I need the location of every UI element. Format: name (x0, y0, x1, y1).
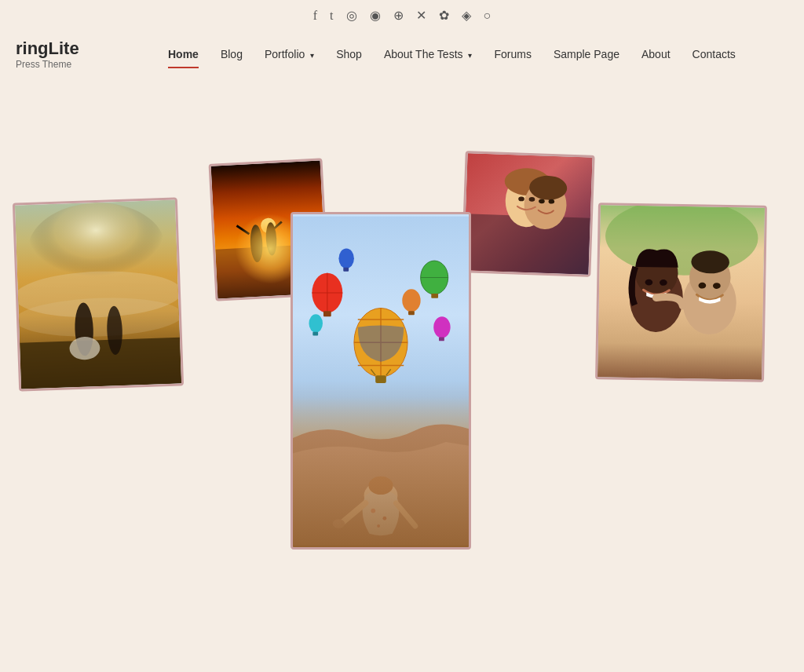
svg-point-44 (382, 517, 386, 520)
svg-point-13 (265, 222, 278, 256)
social-bar: f t ◎ ◉ ⊕ ✕ ✿ ◈ ○ (0, 0, 804, 31)
photo-card-couple[interactable] (595, 203, 767, 382)
photo-card-wedding[interactable] (13, 197, 184, 391)
wechat-icon[interactable]: ◈ (462, 8, 471, 23)
instagram-icon[interactable]: ◎ (346, 8, 357, 23)
svg-rect-37 (343, 268, 349, 272)
svg-rect-4 (20, 338, 181, 389)
site-title[interactable]: ringLite (16, 38, 126, 59)
svg-rect-35 (408, 311, 415, 315)
svg-rect-39 (439, 337, 444, 341)
person-icon[interactable]: ○ (484, 9, 492, 23)
svg-point-36 (338, 249, 353, 268)
svg-point-46 (368, 477, 393, 495)
site-subtitle: Press Theme (16, 59, 126, 70)
nav-blog[interactable]: Blog (210, 43, 254, 65)
svg-point-34 (402, 289, 420, 312)
nav-shop[interactable]: Shop (325, 43, 373, 65)
photo-fill-balloons (293, 214, 469, 547)
main-nav: Home Blog Portfolio ▾ Shop About The Tes… (126, 43, 788, 65)
nav-home[interactable]: Home (157, 43, 210, 65)
photo-fill-hug (463, 153, 592, 274)
puzzle-icon[interactable]: ✿ (439, 8, 449, 23)
xing-icon[interactable]: ✕ (416, 8, 426, 23)
svg-line-47 (342, 503, 365, 522)
nav-contacts[interactable]: Contacts (682, 43, 747, 65)
nav-sample-page[interactable]: Sample Page (543, 43, 630, 65)
svg-point-12 (250, 225, 264, 263)
rss-icon[interactable]: ◉ (370, 8, 381, 23)
nav-about-tests[interactable]: About The Tests ▾ (373, 43, 484, 65)
twitter-icon[interactable]: t (330, 9, 333, 23)
svg-point-38 (433, 316, 450, 338)
photo-fill-couple (598, 205, 765, 380)
svg-line-15 (270, 222, 282, 232)
header: ringLite Press Theme Home Blog Portfolio… (0, 31, 804, 82)
svg-line-48 (396, 503, 415, 526)
svg-point-49 (333, 519, 345, 528)
photo-collage (0, 90, 804, 640)
photo-fill-wedding (15, 200, 181, 389)
svg-point-40 (309, 314, 323, 332)
photo-card-balloons[interactable] (291, 212, 471, 550)
about-tests-chevron: ▾ (468, 51, 472, 60)
photo-card-hug[interactable] (461, 151, 594, 277)
svg-point-10 (261, 217, 276, 233)
portfolio-chevron: ▾ (310, 51, 314, 60)
svg-rect-23 (375, 375, 386, 383)
svg-point-9 (254, 211, 283, 239)
facebook-icon[interactable]: f (313, 9, 317, 23)
svg-point-45 (377, 524, 380, 528)
reddit-icon[interactable]: ⊕ (393, 8, 404, 23)
svg-rect-33 (431, 294, 438, 298)
nav-about[interactable]: About (630, 43, 682, 65)
svg-rect-41 (312, 332, 318, 336)
nav-forums[interactable]: Forums (483, 43, 542, 65)
svg-point-43 (371, 509, 375, 513)
svg-rect-29 (323, 311, 331, 316)
svg-point-42 (364, 482, 398, 509)
logo-area: ringLite Press Theme (16, 38, 126, 70)
nav-portfolio[interactable]: Portfolio ▾ (254, 43, 325, 65)
